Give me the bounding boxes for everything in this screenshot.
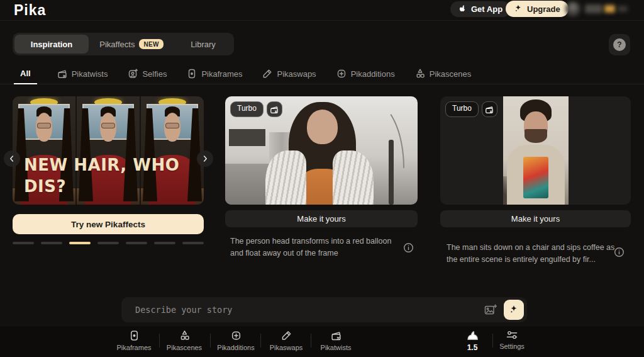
bottom-nav-label: Settings — [499, 343, 525, 350]
new-badge: NEW — [139, 39, 163, 49]
username-redacted — [585, 4, 602, 13]
category-pikaswaps[interactable]: Pikaswaps — [262, 63, 316, 84]
turbo-badge: Turbo — [230, 101, 264, 117]
category-pikascenes-label: Pikascenes — [430, 69, 471, 79]
frame-dot-icon — [129, 330, 140, 341]
sparkle-icon — [514, 4, 523, 13]
pikatwists-badge — [482, 101, 497, 117]
chevron-right-icon — [201, 154, 209, 163]
example-card-1-video[interactable]: Turbo — [225, 96, 418, 205]
category-all-label: All — [20, 69, 31, 78]
info-button-1[interactable] — [403, 242, 414, 253]
tab-library[interactable]: Library — [174, 35, 232, 54]
bottom-nav-pikascenes[interactable]: Pikascenes — [158, 330, 211, 351]
generate-button[interactable] — [504, 300, 524, 320]
shapes-icon — [415, 69, 425, 79]
carousel-dash[interactable] — [69, 242, 91, 244]
category-pikadditions-label: Pikadditions — [351, 69, 395, 79]
tab-library-label: Library — [191, 40, 216, 49]
pika-rabbit-icon — [466, 330, 479, 341]
carousel-dash[interactable] — [97, 242, 119, 244]
carousel-dash[interactable] — [126, 242, 147, 244]
category-pikatwists-label: Pikatwists — [72, 69, 108, 79]
chevron-left-icon — [8, 154, 16, 163]
apple-icon — [458, 4, 467, 14]
category-pikatwists[interactable]: Pikatwists — [57, 63, 108, 84]
carousel-prev-button[interactable] — [4, 150, 20, 167]
pen-swap-icon — [262, 69, 272, 79]
turbo-badge: Turbo — [445, 101, 479, 117]
shapes-icon — [179, 330, 190, 341]
version-label: 1.5 — [467, 343, 478, 352]
category-pikaframes-label: Pikaframes — [201, 69, 242, 79]
example-card-2-description: The man sits down on a chair and sips co… — [447, 242, 615, 266]
person-frame-icon — [128, 69, 138, 79]
info-button-2[interactable] — [614, 247, 625, 258]
bottom-nav-pikatwists[interactable]: Pikatwists — [309, 330, 362, 351]
carousel-dash[interactable] — [154, 242, 175, 244]
bottom-nav-pikadditions[interactable]: Pikadditions — [209, 330, 262, 351]
carousel-dash[interactable] — [182, 242, 204, 244]
bottom-nav-label: Pikaframes — [116, 344, 151, 351]
story-input[interactable] — [135, 305, 484, 315]
pika-logo[interactable]: Pika — [14, 2, 46, 19]
carousel-dash[interactable] — [13, 242, 34, 244]
bottom-nav-label: Pikascenes — [167, 344, 202, 351]
clapperboard-icon — [270, 105, 279, 114]
bottom-nav-label: Pikadditions — [217, 344, 254, 351]
bottom-nav-label: Pikaswaps — [270, 344, 303, 351]
bottom-nav-label: Pikatwists — [321, 344, 352, 351]
pikatwists-badge — [267, 101, 282, 117]
square-plus-icon — [231, 330, 242, 341]
add-image-icon[interactable] — [484, 304, 497, 315]
upgrade-button[interactable]: Upgrade — [506, 1, 569, 17]
upgrade-label: Upgrade — [527, 4, 560, 14]
vertical-video — [503, 96, 569, 205]
sparkle-icon — [509, 305, 519, 315]
tab-pikaffects[interactable]: Pikaffects NEW — [89, 35, 174, 54]
info-icon — [614, 247, 625, 258]
try-pikaffects-button[interactable]: Try new Pikaffects — [13, 214, 204, 234]
category-all[interactable]: All — [14, 63, 37, 84]
carousel-indicators — [13, 242, 204, 244]
bottom-nav-pikaswaps[interactable]: Pikaswaps — [260, 330, 313, 351]
promo-panel — [141, 96, 204, 205]
example-card-1-description: The person head transforms into a red ba… — [230, 235, 395, 260]
bottom-nav-pikaframes[interactable]: Pikaframes — [108, 330, 160, 351]
bottom-nav-settings[interactable]: Settings — [486, 330, 538, 350]
category-pikascenes[interactable]: Pikascenes — [415, 63, 471, 84]
user-avatar[interactable] — [565, 1, 580, 16]
pen-swap-icon — [281, 330, 292, 341]
tab-inspiration[interactable]: Inspiration — [14, 35, 89, 54]
category-selfies-label: Selfies — [142, 69, 167, 79]
category-pikadditions[interactable]: Pikadditions — [336, 63, 395, 84]
credits-redacted — [604, 5, 615, 13]
carousel-dash[interactable] — [41, 242, 62, 244]
tab-inspiration-label: Inspiration — [31, 40, 72, 49]
promo-panel — [13, 96, 75, 205]
prompt-bar — [121, 297, 527, 322]
help-button[interactable]: ? — [609, 34, 630, 55]
frame-dot-icon — [187, 69, 197, 79]
example-card-2-video[interactable]: Turbo — [440, 96, 631, 205]
make-it-yours-button-1[interactable]: Make it yours — [225, 210, 418, 227]
carousel-next-button[interactable] — [197, 150, 213, 167]
square-plus-icon — [336, 69, 347, 79]
question-mark-icon: ? — [613, 38, 626, 51]
pika-app: Pika Get App Upgrade Inspiration Pikaffe… — [0, 0, 644, 357]
clapperboard-icon — [331, 330, 341, 341]
clapperboard-icon — [57, 69, 67, 79]
category-pikaframes[interactable]: Pikaframes — [187, 63, 242, 84]
get-app-label: Get App — [471, 4, 502, 14]
make-it-yours-button-2[interactable]: Make it yours — [440, 210, 631, 227]
info-icon — [403, 242, 414, 253]
header-divider — [0, 20, 644, 21]
account-redacted — [618, 6, 628, 12]
clapperboard-icon — [485, 105, 494, 114]
promo-panel — [77, 96, 140, 205]
category-selfies[interactable]: Selfies — [128, 63, 167, 84]
promo-card-image[interactable] — [13, 96, 204, 205]
category-filter-row: All Pikatwists Selfies Pikaframes Pikasw… — [0, 63, 644, 84]
get-app-button[interactable]: Get App — [450, 1, 511, 17]
main-tab-bar: Inspiration Pikaffects NEW Library — [13, 33, 234, 55]
